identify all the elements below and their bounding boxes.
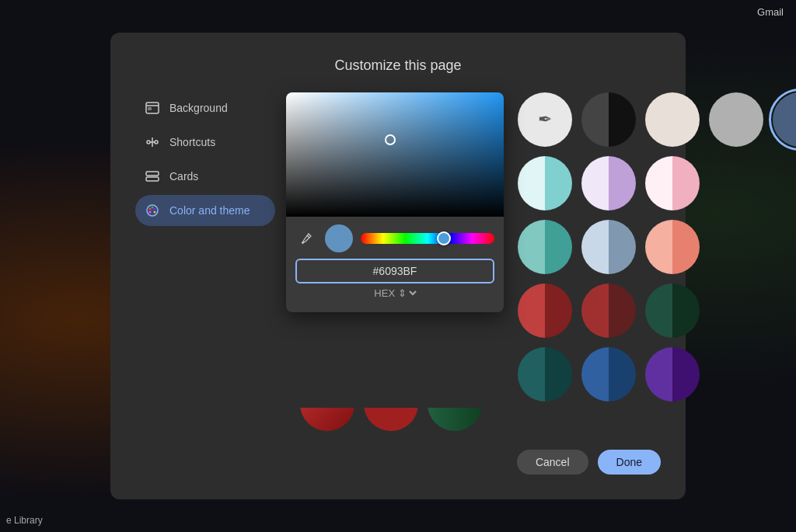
color-circles-row3 (511, 283, 796, 338)
svg-point-3 (155, 141, 158, 144)
color-gradient-box[interactable] (286, 92, 504, 217)
sidebar-shortcuts-label: Shortcuts (169, 136, 215, 148)
color-circle-teal-dark[interactable] (518, 347, 572, 402)
color-circle-blue-mid[interactable] (581, 347, 636, 402)
hue-slider[interactable] (361, 233, 494, 244)
color-circle-light-warm[interactable] (645, 92, 700, 147)
partial-circle-darkgreen[interactable] (428, 408, 482, 431)
svg-point-10 (152, 207, 154, 209)
eyedropper-button[interactable] (295, 228, 317, 249)
app-title: Gmail (757, 6, 784, 18)
background-icon (145, 100, 160, 116)
color-circle-red-darker[interactable] (581, 283, 636, 338)
color-circle-purple-dark[interactable] (645, 347, 700, 402)
eyedropper-icon: ✒ (538, 110, 552, 130)
done-button[interactable]: Done (598, 450, 661, 475)
hex-format-row: HEX ⇕ RGB HSL (286, 283, 504, 300)
hue-thumb[interactable] (437, 231, 451, 245)
bottom-partial-circles (294, 408, 796, 431)
customize-modal: Customize this page Background (110, 33, 686, 499)
color-circle-purple-light[interactable] (581, 156, 636, 210)
hex-input[interactable] (295, 259, 494, 283)
cards-icon (145, 169, 160, 184)
svg-point-9 (149, 208, 152, 210)
sidebar-background-label: Background (169, 102, 228, 114)
color-circles-row2 (511, 220, 796, 274)
cancel-button[interactable]: Cancel (517, 450, 588, 475)
hex-input-row (286, 252, 504, 283)
color-circle-dark-half[interactable] (581, 92, 636, 147)
sidebar-item-shortcuts[interactable]: Shortcuts (135, 127, 275, 158)
color-circle-cyan-light[interactable] (518, 156, 572, 210)
svg-point-13 (149, 211, 152, 214)
sidebar-item-cards[interactable]: Cards (135, 161, 275, 192)
library-label: e Library (6, 515, 43, 526)
custom-color-circle[interactable]: ✒ (518, 92, 572, 147)
color-circle-gray[interactable] (709, 92, 763, 147)
svg-rect-7 (146, 177, 159, 181)
color-circle-teal[interactable] (518, 220, 572, 274)
palette-icon (145, 203, 160, 218)
color-circle-red-dark2[interactable] (518, 283, 572, 338)
svg-point-12 (154, 211, 156, 214)
partial-circle-red[interactable] (300, 408, 354, 431)
color-picker-popup: HEX ⇕ RGB HSL (286, 92, 504, 312)
sidebar-item-background[interactable]: Background (135, 92, 275, 123)
color-circle-pink-light[interactable] (645, 156, 700, 210)
modal-backdrop: Customize this page Background (0, 0, 796, 532)
color-preview-swatch (325, 224, 353, 252)
sidebar-cards-label: Cards (169, 170, 198, 183)
color-circles-row4 (511, 347, 796, 402)
modal-title: Customize this page (135, 57, 661, 74)
svg-line-14 (307, 235, 309, 238)
hex-format-select[interactable]: HEX ⇕ RGB HSL (371, 287, 419, 300)
partial-circle-darkred[interactable] (364, 408, 418, 431)
picker-controls (286, 217, 504, 252)
sidebar: Background Shortcuts (135, 92, 275, 431)
content-area: HEX ⇕ RGB HSL ✒ (294, 92, 796, 431)
gradient-cursor[interactable] (385, 134, 396, 145)
sidebar-item-color-theme[interactable]: Color and theme (135, 195, 275, 226)
color-circle-bluegray-light[interactable] (581, 220, 636, 274)
svg-point-11 (154, 208, 156, 210)
shortcuts-icon (145, 134, 160, 150)
svg-point-2 (147, 141, 150, 144)
color-circle-green-dark[interactable] (645, 283, 700, 338)
color-circles-grid: ✒ ✓ (511, 92, 796, 210)
svg-rect-1 (148, 107, 152, 110)
color-circle-blue-dark[interactable]: ✓ (773, 92, 796, 147)
modal-body: Background Shortcuts (135, 92, 661, 431)
sidebar-color-theme-label: Color and theme (169, 204, 250, 217)
modal-footer: Cancel Done (135, 450, 661, 475)
color-circle-salmon[interactable] (645, 220, 700, 274)
svg-rect-6 (146, 172, 159, 176)
